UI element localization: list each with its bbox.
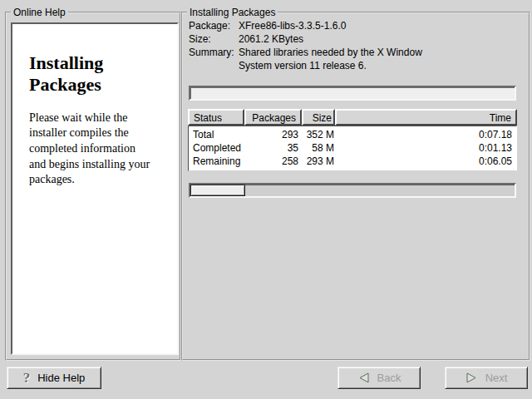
cell-time: 0:01.13 [336,141,516,155]
hide-help-button[interactable]: ? Hide Help [7,367,101,389]
summary-label: Summary: [189,46,239,72]
help-body-text: Please wait while the installer compiles… [29,111,165,188]
table-row-total: Total 293 352 M 0:07.18 [189,128,516,141]
back-button[interactable]: Back [337,367,421,389]
help-title: Installing Packages [29,52,177,96]
summary-value: Shared libraries needed by the X Window … [239,46,422,72]
cell-packages: 293 [245,128,303,141]
cell-packages: 258 [245,155,303,168]
total-progress-fill [190,185,245,196]
column-header-packages[interactable]: Packages [244,109,302,126]
cell-size: 58 M [303,141,336,155]
cell-time: 0:07.18 [336,128,516,141]
question-mark-icon: ? [23,371,31,385]
column-header-size[interactable]: Size [302,109,335,126]
next-arrow-icon [466,372,478,383]
package-size-row: Size: 2061.2 KBytes [189,32,513,46]
table-row-completed: Completed 35 58 M 0:01.13 [189,141,516,155]
cell-status: Completed [189,141,245,155]
next-button-label: Next [485,372,508,383]
cell-status: Total [189,128,245,141]
package-value: XFree86-libs-3.3.5-1.6.0 [239,19,346,32]
next-button[interactable]: Next [445,367,528,389]
package-label: Package: [189,19,239,32]
installer-window: Online Help Installing Packages Please w… [0,0,532,399]
table-row-remaining: Remaining 258 293 M 0:06.05 [189,155,516,168]
status-table-header: Status Packages Size Time [188,109,517,126]
back-arrow-icon [357,372,370,383]
package-info: Package: XFree86-libs-3.3.5-1.6.0 Size: … [189,19,513,72]
cell-size: 293 M [303,155,336,168]
installing-packages-frame-label: Installing Packages [187,7,278,18]
cell-time: 0:06.05 [336,155,516,168]
status-table: Status Packages Size Time Total 293 352 … [188,109,517,171]
column-header-status[interactable]: Status [188,109,244,126]
cell-size: 352 M [303,128,336,141]
package-progress-bar [189,86,516,101]
online-help-frame-label: Online Help [11,7,68,18]
cell-status: Remaining [189,155,245,168]
size-label: Size: [189,32,239,46]
package-name-row: Package: XFree86-libs-3.3.5-1.6.0 [189,19,513,32]
size-value: 2061.2 KBytes [239,32,303,46]
hide-help-button-label: Hide Help [37,372,85,383]
help-content-panel: Installing Packages Please wait while th… [11,22,179,355]
package-summary-row: Summary: Shared libraries needed by the … [189,46,513,72]
back-button-label: Back [377,372,401,383]
total-progress-bar [189,183,516,198]
status-table-body: Total 293 352 M 0:07.18 Completed 35 58 … [188,126,517,171]
column-header-time[interactable]: Time [335,109,517,126]
cell-packages: 35 [245,141,303,155]
